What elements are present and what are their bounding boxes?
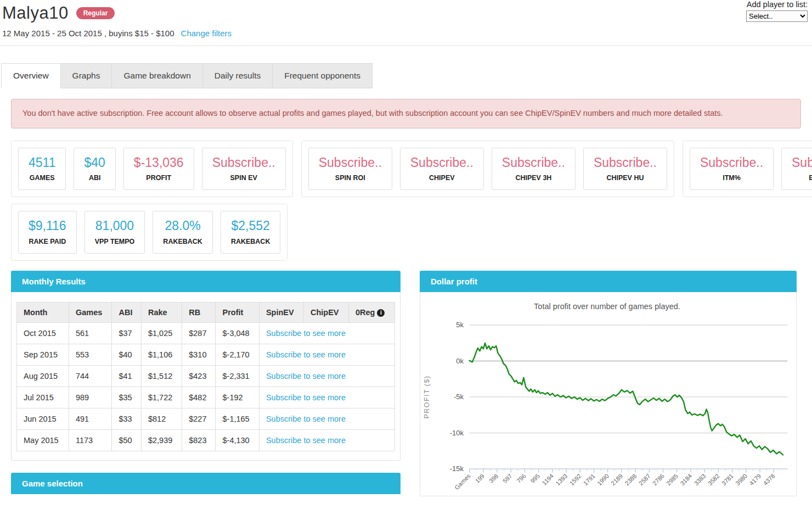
stat-group-rake: $9,116 RAKE PAID 81,000 VPP TEMPO 28.0% …: [11, 204, 287, 260]
change-filters-link[interactable]: Change filters: [181, 29, 232, 38]
cell-profit: $-4,130: [216, 429, 259, 451]
stat-itm-label: ITM%: [700, 174, 763, 182]
stat-chipev-subscribe-link[interactable]: Subscribe..: [410, 156, 473, 170]
svg-text:1990: 1990: [596, 472, 610, 486]
table-row: Oct 2015 561 $37 $1,025 $287 $-3,048 Sub…: [17, 322, 395, 344]
page-title: Malya10: [2, 3, 69, 23]
subscribe-link[interactable]: Subscribe to see more: [266, 350, 346, 359]
stat-card-chipev: Subscribe.. CHIPEV: [400, 148, 484, 190]
subscription-alert: You don't have active subscription. Free…: [11, 99, 801, 128]
svg-text:2388: 2388: [624, 472, 638, 486]
stat-itm-subscribe-link[interactable]: Subscribe..: [700, 156, 763, 170]
stat-chipev-3h-subscribe-link[interactable]: Subscribe..: [502, 156, 565, 170]
stat-rakeback-usd-label: RAKEBACK: [231, 238, 270, 245]
tab-daily-results[interactable]: Daily results: [203, 63, 273, 88]
stat-rake-paid-value: $9,116: [29, 219, 66, 233]
stat-group-itm: Subscribe.. ITM% Subscribe.. EV ITM%: [683, 141, 812, 197]
cell-profit: $-2,170: [216, 344, 259, 365]
stat-abi-label: ABI: [84, 174, 105, 182]
stat-rake-paid-label: RAKE PAID: [29, 238, 66, 245]
svg-text:4378: 4378: [762, 472, 776, 486]
col-month: Month: [17, 302, 69, 322]
game-selection-panel: Game selection: [11, 473, 401, 494]
svg-text:3980: 3980: [734, 472, 748, 486]
cell-rb: $310: [182, 344, 216, 365]
tab-graphs[interactable]: Graphs: [61, 63, 112, 88]
tab-game-breakdown[interactable]: Game breakdown: [112, 63, 202, 88]
col-0reg: 0Reg: [348, 302, 394, 322]
stat-vpp-tempo-value: 81,000: [95, 219, 135, 233]
stat-spin-roi-subscribe-link[interactable]: Subscribe..: [319, 156, 382, 170]
stat-group-ev: Subscribe.. SPIN ROI Subscribe.. CHIPEV …: [301, 141, 674, 197]
add-player-select[interactable]: Select..: [746, 10, 808, 22]
svg-text:1393: 1393: [554, 472, 568, 486]
stat-spin-ev-subscribe-link[interactable]: Subscribe..: [212, 156, 275, 170]
svg-text:199: 199: [474, 472, 486, 484]
subscribe-link[interactable]: Subscribe to see more: [266, 415, 346, 423]
cell-month: Jul 2015: [17, 387, 69, 408]
cell-abi: $50: [112, 429, 142, 451]
stat-vpp-tempo-label: VPP TEMPO: [95, 238, 135, 245]
stat-rakeback-pct-value: 28.0%: [163, 219, 202, 233]
stat-spin-roi-label: SPIN ROI: [319, 174, 382, 182]
cell-rb: $482: [182, 387, 216, 408]
monthly-results-panel: Monthly Results Month Games ABI Rake RB …: [11, 271, 401, 461]
cell-rake: $1,722: [141, 387, 182, 408]
stat-chipev-label: CHIPEV: [410, 174, 473, 182]
stat-spin-ev-label: SPIN EV: [212, 174, 275, 182]
cell-subscribe: Subscribe to see more: [259, 365, 394, 387]
svg-text:2189: 2189: [610, 472, 624, 486]
col-chipev: ChipEV: [303, 302, 348, 322]
svg-text:3582: 3582: [707, 472, 721, 486]
subscribe-link[interactable]: Subscribe to see more: [266, 393, 346, 402]
cell-rake: $1,512: [141, 365, 182, 387]
svg-text:5k: 5k: [456, 321, 464, 329]
stat-rakeback-pct-label: RAKEBACK: [163, 238, 202, 245]
stat-ev-itm-label: EV ITM%: [792, 174, 812, 182]
stat-chipev-hu-label: CHIPEV HU: [594, 174, 657, 182]
cell-rake: $1,025: [141, 322, 182, 344]
subscribe-link[interactable]: Subscribe to see more: [266, 372, 346, 380]
svg-text:995: 995: [529, 472, 541, 484]
cell-rake: $2,939: [141, 429, 182, 451]
subscribe-link[interactable]: Subscribe to see more: [266, 329, 346, 338]
stat-profit-value: $-13,036: [134, 156, 184, 170]
svg-text:398: 398: [488, 472, 500, 484]
dollar-profit-panel: Dollar profit Total profit over number o…: [420, 271, 797, 496]
subscribe-link[interactable]: Subscribe to see more: [266, 436, 346, 445]
page-header: Malya10 Regular 12 May 2015 - 25 Oct 201…: [0, 0, 812, 46]
stat-card-vpp-tempo: 81,000 VPP TEMPO: [84, 211, 145, 253]
cell-subscribe: Subscribe to see more: [259, 408, 394, 429]
table-row: Jun 2015 491 $33 $812 $227 $-1,165 Subsc…: [17, 408, 395, 429]
tab-bar: Overview Graphs Game breakdown Daily res…: [0, 63, 812, 88]
svg-text:-5k: -5k: [454, 393, 464, 401]
col-profit: Profit: [216, 302, 259, 322]
svg-text:3184: 3184: [679, 472, 693, 486]
tab-overview[interactable]: Overview: [1, 63, 61, 88]
cell-month: Sep 2015: [17, 344, 69, 365]
monthly-results-title: Monthly Results: [11, 271, 401, 292]
filter-summary: 12 May 2015 - 25 Oct 2015 , buyins $15 -…: [2, 29, 174, 38]
svg-text:PROFIT ($): PROFIT ($): [423, 375, 431, 418]
stat-chipev-hu-subscribe-link[interactable]: Subscribe..: [594, 156, 657, 170]
svg-text:1592: 1592: [568, 472, 583, 486]
cell-rb: $823: [182, 429, 216, 451]
tab-frequent-opponents[interactable]: Frequent opponents: [273, 63, 373, 88]
stat-card-profit: $-13,036 PROFIT: [123, 148, 194, 190]
table-row: Sep 2015 553 $40 $1,106 $310 $-2,170 Sub…: [17, 344, 395, 365]
table-row: May 2015 1173 $50 $2,939 $823 $-4,130 Su…: [17, 429, 395, 451]
stat-ev-itm-subscribe-link[interactable]: Subscribe..: [792, 156, 812, 170]
stat-card-abi: $40 ABI: [74, 148, 115, 190]
status-badge: Regular: [76, 7, 115, 19]
stat-card-chipev-hu: Subscribe.. CHIPEV HU: [583, 148, 667, 190]
cell-profit: $-3,048: [216, 322, 259, 344]
table-header-row: Month Games ABI Rake RB Profit SpinEV Ch…: [17, 302, 395, 322]
cell-games: 1173: [69, 429, 112, 451]
svg-text:597: 597: [501, 472, 514, 484]
table-row: Aug 2015 744 $41 $1,512 $423 $-2,331 Sub…: [17, 365, 395, 387]
stat-chipev-3h-label: CHIPEV 3H: [502, 174, 565, 182]
table-row: Jul 2015 989 $35 $1,722 $482 $-192 Subsc…: [17, 387, 395, 408]
monthly-results-table: Month Games ABI Rake RB Profit SpinEV Ch…: [16, 302, 395, 451]
cell-month: Oct 2015: [17, 322, 69, 344]
cell-games: 989: [69, 387, 112, 408]
